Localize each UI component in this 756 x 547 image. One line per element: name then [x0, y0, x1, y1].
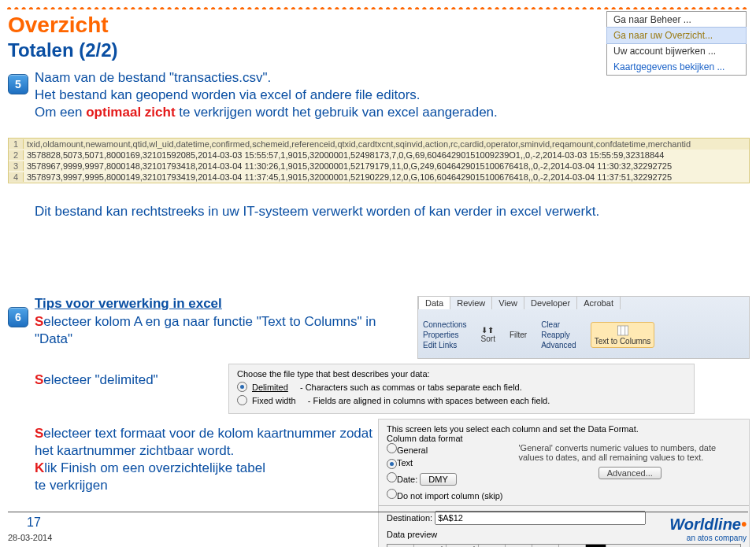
- paragraph-5: Naam van de bestand "transacties.csv". H…: [35, 69, 633, 121]
- reapply-button[interactable]: Reapply: [541, 331, 576, 339]
- menu-item-account[interactable]: Uw account bijwerken ...: [607, 43, 746, 59]
- radio-text[interactable]: [387, 459, 397, 469]
- page-number: 17: [27, 516, 41, 530]
- footer-date: 28-03-2014: [8, 533, 52, 542]
- advanced-btn[interactable]: Advanced...: [598, 467, 662, 479]
- radio-skip[interactable]: [387, 489, 397, 499]
- tab-view[interactable]: View: [491, 296, 524, 309]
- svg-rect-0: [617, 326, 628, 335]
- menu-item-beheer[interactable]: Ga naar Beheer ...: [607, 12, 746, 28]
- radio-date[interactable]: [387, 472, 397, 482]
- context-menu: Ga naar Beheer ... Ga naar uw Overzicht.…: [606, 11, 747, 76]
- tip-3: Selecteer text formaat voor de kolom kaa…: [35, 425, 389, 494]
- paragraph-after-excel: Dit bestand kan rechtstreeks in uw IT-sy…: [35, 203, 720, 220]
- edit-links-button[interactable]: Edit Links: [423, 341, 467, 349]
- radio-general[interactable]: [387, 443, 397, 453]
- decor-dots: ●●●●●●●●●●●●●●●●●●●●●●●●●●●●●●●●●●●●●●●●…: [6, 3, 747, 9]
- ribbon-connections-group: Connections Properties Edit Links: [423, 320, 467, 349]
- radio-fixed[interactable]: [237, 395, 247, 405]
- tips-heading: Tips voor verwerking in excel: [35, 296, 222, 312]
- advanced-button[interactable]: Advanced: [541, 341, 576, 349]
- tab-review[interactable]: Review: [450, 296, 492, 309]
- logo: Worldline• an atos company: [669, 516, 747, 542]
- sort-button[interactable]: ⬇⬆Sort: [481, 326, 495, 343]
- page-title: Overzicht: [8, 13, 109, 38]
- footer-rule: [8, 512, 748, 512]
- tab-acrobat[interactable]: Acrobat: [576, 296, 621, 309]
- wizard-step1: Choose the file type that best describes…: [228, 364, 695, 414]
- connections-button[interactable]: Connections: [423, 320, 467, 329]
- text-to-columns-button[interactable]: Text to Columns: [591, 322, 655, 348]
- date-format-select[interactable]: DMY: [420, 473, 456, 486]
- wizard2-group-label: Column data format: [387, 434, 741, 443]
- tip-1: Selecteer kolom A en ga naar functie "Te…: [35, 313, 397, 348]
- filter-button[interactable]: Filter: [510, 331, 527, 339]
- excel-ribbon: Data Review View Developer Acrobat Conne…: [417, 296, 750, 359]
- wizard1-intro: Choose the file type that best describes…: [237, 369, 686, 379]
- data-preview: GenerGeneralGeneralGenerGenerGenerGenerT…: [387, 544, 741, 547]
- radio-delimited[interactable]: [237, 382, 247, 392]
- destination-input[interactable]: [435, 511, 646, 525]
- tip-2: Selecteer "delimited": [35, 371, 239, 389]
- wizard2-intro: This screen lets you select each column …: [387, 424, 741, 434]
- menu-item-overzicht[interactable]: Ga naar uw Overzicht...: [606, 27, 747, 44]
- step-badge-6: 6: [8, 307, 28, 327]
- step-badge-5: 5: [8, 74, 28, 94]
- tab-data[interactable]: Data: [418, 296, 450, 309]
- wizard2-desc: 'General' converts numeric values to num…: [519, 443, 742, 462]
- excel-screenshot: 1txid,oldamount,newamount,qtid,wl_uid,da…: [8, 138, 750, 183]
- properties-button[interactable]: Properties: [423, 331, 467, 339]
- clear-button[interactable]: Clear: [541, 320, 576, 329]
- page-subtitle: Totalen (2/2): [8, 39, 118, 61]
- tab-developer[interactable]: Developer: [524, 296, 577, 309]
